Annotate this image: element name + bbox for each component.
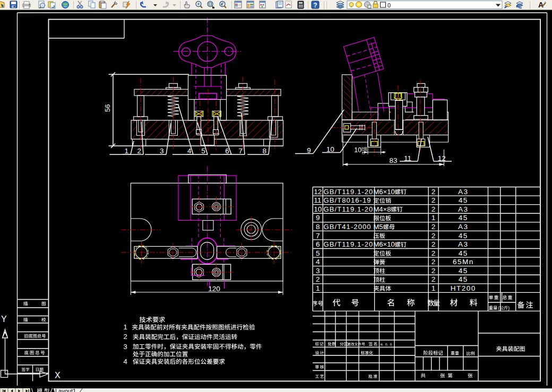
svg-text:2: 2 <box>432 240 436 248</box>
svg-text:3: 3 <box>160 147 164 155</box>
svg-text:2: 2 <box>432 196 436 204</box>
svg-text:2: 2 <box>432 275 436 283</box>
svg-text:Y: Y <box>1 315 7 324</box>
svg-text:1: 1 <box>432 284 436 292</box>
svg-text:6: 6 <box>225 147 229 155</box>
svg-text:4: 4 <box>124 358 127 365</box>
svg-text:2: 2 <box>432 258 436 266</box>
svg-text:2: 2 <box>432 223 436 231</box>
svg-text:45: 45 <box>459 196 468 204</box>
svg-text:45: 45 <box>459 232 468 240</box>
svg-text:1: 1 <box>432 214 436 222</box>
svg-text:X: X <box>55 371 61 380</box>
svg-text:): ) <box>508 306 510 311</box>
svg-text:?: ? <box>313 2 317 9</box>
svg-text:10: 10 <box>314 205 322 213</box>
svg-text:GB/T119.1-20: GB/T119.1-20 <box>324 240 374 248</box>
svg-text:9: 9 <box>316 214 320 222</box>
svg-text:45: 45 <box>459 214 468 222</box>
svg-text:1: 1 <box>124 323 127 331</box>
svg-text:M6×10: M6×10 <box>374 240 395 248</box>
svg-text:10: 10 <box>354 146 361 154</box>
svg-text:H8: H8 <box>362 146 367 151</box>
svg-text:M4×8: M4×8 <box>374 205 391 213</box>
svg-text:7: 7 <box>239 147 243 155</box>
svg-text:1: 1 <box>316 284 320 292</box>
svg-text:45: 45 <box>459 249 468 257</box>
svg-text:3: 3 <box>124 343 127 351</box>
svg-text:2: 2 <box>432 188 436 196</box>
svg-text:0: 0 <box>387 2 391 8</box>
svg-text:A3: A3 <box>458 188 469 196</box>
svg-text:GB/T41-2000: GB/T41-2000 <box>324 223 372 231</box>
svg-text:5: 5 <box>316 249 320 257</box>
svg-text:A3: A3 <box>458 205 469 213</box>
svg-text:GB/T119.1-20: GB/T119.1-20 <box>324 205 374 213</box>
svg-text:11: 11 <box>314 196 321 204</box>
svg-text:GB/T119.1-20: GB/T119.1-20 <box>324 188 374 196</box>
svg-text:5: 5 <box>201 147 205 155</box>
svg-text:83: 83 <box>390 156 398 164</box>
svg-text:2: 2 <box>316 275 320 283</box>
svg-text:45: 45 <box>459 267 468 275</box>
svg-text:A3: A3 <box>458 240 469 248</box>
svg-text:65Mn: 65Mn <box>453 258 474 266</box>
svg-text:12: 12 <box>314 188 322 196</box>
svg-text:8: 8 <box>316 223 320 231</box>
svg-text:A: A <box>538 1 544 9</box>
svg-text:2: 2 <box>432 267 436 275</box>
svg-text:2: 2 <box>432 205 436 213</box>
svg-text:6: 6 <box>316 240 320 248</box>
svg-text:HT200: HT200 <box>451 284 476 292</box>
svg-text:2: 2 <box>137 147 142 155</box>
svg-text:A3: A3 <box>458 223 469 231</box>
svg-text:56: 56 <box>104 104 111 112</box>
svg-text:(: ( <box>498 306 500 311</box>
svg-text:Layout1: Layout1 <box>55 388 76 392</box>
svg-text:2: 2 <box>432 249 436 257</box>
svg-text:120: 120 <box>208 285 220 293</box>
svg-text:1: 1 <box>124 147 128 155</box>
svg-text:M5: M5 <box>374 223 383 231</box>
svg-text:4: 4 <box>316 258 320 266</box>
svg-text:2: 2 <box>124 333 127 341</box>
svg-text:M6×10: M6×10 <box>374 188 395 196</box>
svg-text:3: 3 <box>316 267 320 275</box>
svg-text:8: 8 <box>262 147 266 155</box>
svg-text:45: 45 <box>459 275 468 283</box>
svg-text:7: 7 <box>316 232 320 240</box>
svg-text:2: 2 <box>432 232 436 240</box>
svg-text:GB/T8016-19: GB/T8016-19 <box>324 196 372 204</box>
